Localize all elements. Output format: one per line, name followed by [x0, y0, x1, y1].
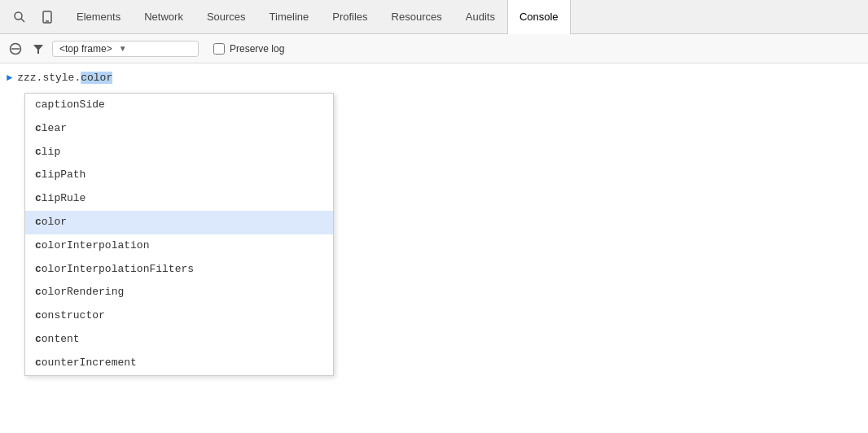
autocomplete-item-constructor[interactable]: constructor [25, 304, 333, 328]
autocomplete-item-clip[interactable]: clip [25, 141, 333, 164]
autocomplete-item-counterIncrement[interactable]: counterIncrement [25, 352, 333, 375]
tab-console[interactable]: Console [507, 0, 571, 33]
filter-icon[interactable] [29, 40, 47, 58]
tab-resources[interactable]: Resources [380, 0, 454, 33]
console-input-text[interactable]: zzz.style.color [17, 70, 112, 86]
tab-elements[interactable]: Elements [65, 0, 133, 33]
autocomplete-dropdown: captionSideclearclipclipPathclipRulecolo… [24, 93, 334, 376]
top-toolbar: ElementsNetworkSourcesTimelineProfilesRe… [0, 0, 868, 34]
console-prompt-icon: ► [7, 70, 12, 85]
frame-selector[interactable]: <top frame> ▼ [52, 41, 199, 57]
dropdown-arrow-icon: ▼ [119, 44, 127, 53]
frame-selector-value: <top frame> [59, 43, 112, 55]
svg-line-1 [21, 19, 24, 22]
tab-audits[interactable]: Audits [454, 0, 507, 33]
autocomplete-item-colorInterpolation[interactable]: colorInterpolation [25, 234, 333, 258]
svg-marker-6 [33, 45, 43, 54]
preserve-log-container: Preserve log [213, 43, 284, 55]
autocomplete-item-color[interactable]: color [25, 211, 333, 234]
tab-sources[interactable]: Sources [195, 0, 258, 33]
console-input-line: ► zzz.style.color [0, 68, 868, 88]
search-icon[interactable] [7, 4, 33, 30]
autocomplete-item-clipPath[interactable]: clipPath [25, 164, 333, 187]
tab-profiles[interactable]: Profiles [321, 0, 379, 33]
svg-point-0 [15, 12, 22, 20]
console-input-highlighted: color [81, 72, 112, 84]
preserve-log-checkbox[interactable] [213, 43, 225, 55]
tab-list: ElementsNetworkSourcesTimelineProfilesRe… [65, 0, 571, 33]
console-area: ► zzz.style.color captionSideclearclipcl… [0, 63, 868, 433]
device-icon[interactable] [34, 4, 60, 30]
autocomplete-item-colorInterpolationFilters[interactable]: colorInterpolationFilters [25, 258, 333, 282]
secondary-toolbar: <top frame> ▼ Preserve log [0, 34, 868, 63]
console-input-prefix: zzz.style. [17, 72, 81, 84]
main-content: <top frame> ▼ Preserve log ► zzz.style.c… [0, 34, 868, 433]
tab-timeline[interactable]: Timeline [258, 0, 322, 33]
autocomplete-item-clear[interactable]: clear [25, 117, 333, 141]
autocomplete-item-clipRule[interactable]: clipRule [25, 187, 333, 211]
tab-network[interactable]: Network [133, 0, 195, 33]
preserve-log-label[interactable]: Preserve log [230, 43, 284, 55]
autocomplete-item-content[interactable]: content [25, 328, 333, 352]
no-entry-icon[interactable] [7, 40, 24, 58]
autocomplete-item-captionSide[interactable]: captionSide [25, 94, 333, 117]
autocomplete-item-colorRendering[interactable]: colorRendering [25, 281, 333, 304]
